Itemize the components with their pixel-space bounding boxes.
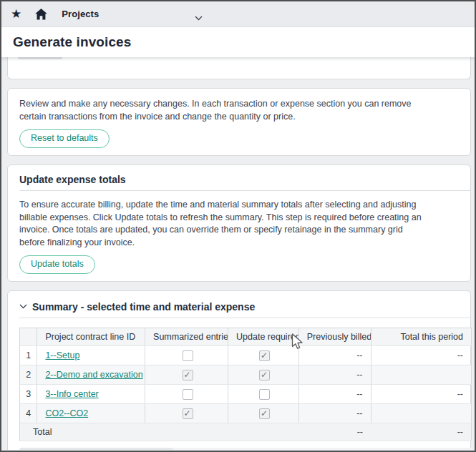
update-required-checkbox[interactable] [259, 350, 270, 361]
total-this-period-value [371, 365, 471, 385]
page-header: Generate invoices [1, 27, 475, 57]
total-summarized-cell [145, 423, 228, 441]
total-label: Total [20, 423, 145, 441]
update-required-cell [228, 365, 299, 385]
table-row: 4CO2--CO2-- [20, 404, 472, 423]
section-divider [19, 190, 470, 191]
project-contract-line-link[interactable]: 2--Demo and excavation [45, 370, 142, 380]
summarized-entries-cell [145, 365, 228, 385]
project-contract-line-cell: 2--Demo and excavation [37, 365, 145, 385]
project-contract-line-link[interactable]: CO2--CO2 [45, 408, 88, 418]
column-header: Previously billed [298, 328, 371, 346]
project-contract-line-cell: 3--Info center [37, 385, 145, 404]
summary-section-title[interactable]: Summary - selected time and material exp… [32, 300, 255, 313]
update-required-checkbox[interactable] [259, 370, 270, 380]
column-header: Update required [228, 328, 299, 346]
previously-billed-value: -- [298, 385, 371, 404]
column-header: Summarized entries [145, 328, 228, 346]
total-previously-billed-value: -- [298, 423, 371, 441]
row-number: 3 [20, 385, 37, 404]
total-this-period-value [371, 404, 471, 423]
total-this-period-total-value: -- [371, 423, 471, 441]
project-contract-line-cell: CO2--CO2 [37, 404, 145, 423]
update-description: To ensure accurate billing, update the t… [19, 199, 459, 249]
favorites-star-icon[interactable]: ★ [11, 8, 21, 20]
project-contract-line-cell: 1--Setup [37, 346, 145, 365]
top-navigation-bar: ★ Projects [1, 1, 475, 27]
summarized-entries-checkbox[interactable] [183, 350, 193, 361]
home-icon[interactable] [34, 8, 48, 21]
reset-to-defaults-button[interactable]: Reset to defaults [19, 129, 110, 148]
project-contract-line-link[interactable]: 3--Info center [45, 389, 98, 399]
update-totals-button[interactable]: Update totals [19, 255, 95, 274]
summarized-entries-cell [145, 404, 228, 423]
page-title: Generate invoices [13, 34, 131, 50]
summarized-entries-checkbox[interactable] [183, 370, 193, 380]
total-this-period-value: -- [371, 385, 471, 404]
summarized-entries-cell [145, 385, 228, 404]
column-header: Total this period [371, 328, 471, 346]
table-row: 22--Demo and excavation-- [20, 365, 472, 385]
total-update-cell [228, 423, 299, 441]
summarized-entries-checkbox[interactable] [183, 389, 193, 400]
review-changes-panel: Review and make any necessary changes. I… [7, 88, 471, 156]
clipped-panel-remnant [18, 57, 62, 59]
row-number: 1 [20, 346, 37, 365]
content-area: Review and make any necessary changes. I… [1, 57, 475, 450]
summary-table-body: 11--Setup----22--Demo and excavation--33… [20, 346, 472, 441]
summarized-entries-checkbox[interactable] [183, 408, 193, 419]
table-total-row: Total---- [20, 423, 472, 441]
scrollbar-thumb[interactable] [19, 448, 173, 450]
update-required-cell [228, 385, 299, 404]
summary-table: Project contract line IDSummarized entri… [19, 328, 472, 441]
previously-billed-value: -- [298, 346, 371, 365]
section-divider [19, 318, 470, 318]
table-row: 11--Setup---- [20, 346, 472, 365]
horizontal-scrollbar[interactable] [19, 448, 472, 450]
nav-projects-label[interactable]: Projects [62, 9, 99, 19]
review-description: Review and make any necessary changes. I… [19, 98, 459, 123]
clipped-panel [7, 57, 471, 79]
total-this-period-value: -- [371, 346, 471, 365]
update-required-cell [228, 404, 299, 423]
table-header-row: Project contract line IDSummarized entri… [20, 328, 472, 346]
chevron-down-icon[interactable] [19, 304, 27, 309]
column-header: Project contract line ID [37, 328, 145, 346]
update-required-checkbox[interactable] [259, 408, 270, 419]
summary-panel: Summary - selected time and material exp… [7, 290, 471, 450]
row-number: 2 [20, 365, 37, 385]
project-contract-line-link[interactable]: 1--Setup [45, 350, 79, 360]
previously-billed-value: -- [298, 404, 371, 423]
table-row: 33--Info center---- [20, 385, 472, 404]
update-expense-totals-title: Update expense totals [19, 172, 459, 185]
previously-billed-value: -- [298, 365, 371, 385]
chevron-down-icon[interactable] [195, 11, 203, 24]
column-header [20, 328, 37, 346]
update-required-cell [228, 346, 299, 365]
update-required-checkbox[interactable] [259, 389, 270, 400]
summarized-entries-cell [145, 346, 228, 365]
row-number: 4 [20, 404, 37, 423]
update-expense-totals-panel: Update expense totals To ensure accurate… [7, 164, 471, 282]
